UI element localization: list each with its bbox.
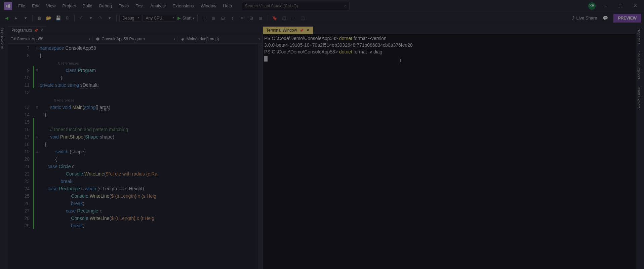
menu-build[interactable]: Build (79, 2, 96, 10)
method-icon: ◈ (180, 37, 185, 41)
line-gutter: 78 9101112 13141516171819202122232425262… (8, 44, 33, 269)
sidebar-tab-test-explorer[interactable]: Test Explorer (0, 24, 5, 52)
avatar[interactable]: KH (588, 2, 596, 10)
tool-icon-8[interactable]: ⬚ (280, 14, 288, 22)
save-icon[interactable]: 💾 (54, 14, 62, 22)
platform-dropdown[interactable]: Any CPU (143, 15, 176, 22)
menu-edit[interactable]: Edit (29, 2, 43, 10)
search-box[interactable]: ⌕ (242, 2, 350, 10)
tool-icon-5[interactable]: ≡ (238, 14, 246, 22)
fold-toggle[interactable]: ⊟ (34, 44, 40, 52)
minimap[interactable] (258, 44, 263, 269)
file-tabs: Program.cs 📌 ✕ (8, 24, 263, 34)
code-editor[interactable]: 78 9101112 13141516171819202122232425262… (8, 44, 263, 269)
bookmark-icon[interactable]: 🔖 (271, 14, 279, 22)
fold-toggle[interactable]: ⊟ (34, 133, 40, 141)
maximize-button[interactable]: ▢ (613, 1, 628, 11)
window-controls: ─ ▢ ✕ (598, 1, 643, 11)
redo-dropdown[interactable]: ▾ (106, 14, 114, 22)
fold-toggle[interactable]: ⊟ (34, 104, 40, 111)
live-share-button[interactable]: ⤴ Live Share (569, 15, 600, 21)
undo-button[interactable]: ↶ (77, 14, 85, 22)
terminal-tabs: Terminal Window 📌 ✕ (263, 24, 636, 34)
file-tab-program[interactable]: Program.cs 📌 ✕ (8, 26, 47, 34)
nav-back-button[interactable]: ◀ (3, 14, 11, 22)
minimize-button[interactable]: ─ (598, 1, 613, 11)
config-dropdown[interactable]: Debug (119, 15, 141, 22)
breadcrumb-class[interactable]: ⬢ ConsoleApp58.Program (93, 36, 177, 42)
left-sidebar: Test Explorer (0, 24, 8, 269)
menu-project[interactable]: Project (59, 2, 79, 10)
preview-button[interactable]: PREVIEW (613, 14, 641, 23)
start-button[interactable]: ▶ Start ▾ (177, 15, 194, 21)
editor-panel: Program.cs 📌 ✕ C# ConsoleApp58 ⬢ Console… (8, 24, 263, 269)
nav-history-button[interactable]: ▾ (22, 14, 30, 22)
undo-dropdown[interactable]: ▾ (87, 14, 95, 22)
text-cursor-icon: I (400, 57, 401, 64)
tool-icon-9[interactable]: ⬚ (289, 14, 297, 22)
tool-icon-7[interactable]: ≣ (257, 14, 265, 22)
menu-window[interactable]: Window (197, 2, 219, 10)
close-icon[interactable]: ✕ (306, 28, 310, 33)
fold-gutter: ⊟⊟⊟⊟⊟ (34, 44, 40, 269)
fold-toggle[interactable]: ⊟ (34, 67, 40, 74)
save-all-icon[interactable]: ⎘ (64, 14, 72, 22)
close-button[interactable]: ✕ (628, 1, 643, 11)
feedback-icon[interactable]: 💬 (601, 14, 609, 22)
menu-analyze[interactable]: Analyze (147, 2, 169, 10)
new-project-icon[interactable]: ▦ (35, 14, 43, 22)
open-icon[interactable]: 📂 (45, 14, 53, 22)
tool-icon-2[interactable]: ≣ (210, 14, 218, 22)
fold-toggle[interactable]: ⊟ (34, 148, 40, 155)
menu-view[interactable]: View (43, 2, 59, 10)
tool-icon-4[interactable]: ↕ (229, 14, 237, 22)
terminal-content[interactable]: I PS C:\Code\Demo\ConsoleApp58> dotnet f… (263, 34, 636, 269)
menu-help[interactable]: Help (219, 2, 235, 10)
search-input[interactable] (245, 4, 344, 8)
search-icon: ⌕ (344, 3, 347, 8)
redo-button[interactable]: ↷ (96, 14, 104, 22)
tool-icon-1[interactable]: ⬚ (200, 14, 208, 22)
tool-icon-3[interactable]: ⊟ (219, 14, 227, 22)
play-icon: ▶ (177, 15, 181, 21)
menu-extensions[interactable]: Extensions (169, 2, 197, 10)
toolbar: ◀ ▸ ▾ ▦ 📂 💾 ⎘ ↶ ▾ ↷ ▾ Debug Any CPU ▶ St… (0, 12, 644, 24)
tool-icon-10[interactable]: ⬚ (299, 14, 307, 22)
breadcrumb-method[interactable]: ◈ Main(string[] args) (178, 36, 263, 42)
split-icon[interactable]: ↕ (260, 44, 262, 48)
breadcrumb-project[interactable]: C# ConsoleApp58 (8, 36, 93, 42)
class-icon: ⬢ (95, 37, 100, 41)
csharp-icon: C# (11, 37, 15, 41)
sidebar-tab-solution-explorer[interactable]: Solution Explorer (636, 48, 642, 83)
menu-tools[interactable]: Tools (115, 2, 132, 10)
close-icon[interactable]: ✕ (40, 28, 43, 33)
code-content[interactable]: namespace ConsoleApp58{ 0 references cla… (40, 44, 263, 269)
terminal-panel: Terminal Window 📌 ✕ I PS C:\Code\Demo\Co… (263, 24, 636, 269)
menu-file[interactable]: File (15, 2, 29, 10)
menu-debug[interactable]: Debug (96, 2, 115, 10)
pin-icon[interactable]: 📌 (299, 29, 304, 32)
menubar: FileEditViewProjectBuildDebugToolsTestAn… (0, 0, 644, 12)
right-sidebar: Properties Solution Explorer Team Explor… (636, 24, 644, 269)
nav-forward-button[interactable]: ▸ (12, 14, 20, 22)
sidebar-tab-properties[interactable]: Properties (636, 24, 642, 48)
tool-icon-6[interactable]: ⊞ (247, 14, 255, 22)
terminal-tab[interactable]: Terminal Window 📌 ✕ (263, 27, 313, 34)
sidebar-tab-team-explorer[interactable]: Team Explorer (636, 83, 642, 113)
breadcrumb: C# ConsoleApp58 ⬢ ConsoleApp58.Program ◈… (8, 34, 263, 44)
vs-logo-icon (4, 2, 12, 10)
share-icon: ⤴ (572, 15, 574, 21)
menu-test[interactable]: Test (132, 2, 147, 10)
pin-icon[interactable]: 📌 (34, 29, 38, 32)
